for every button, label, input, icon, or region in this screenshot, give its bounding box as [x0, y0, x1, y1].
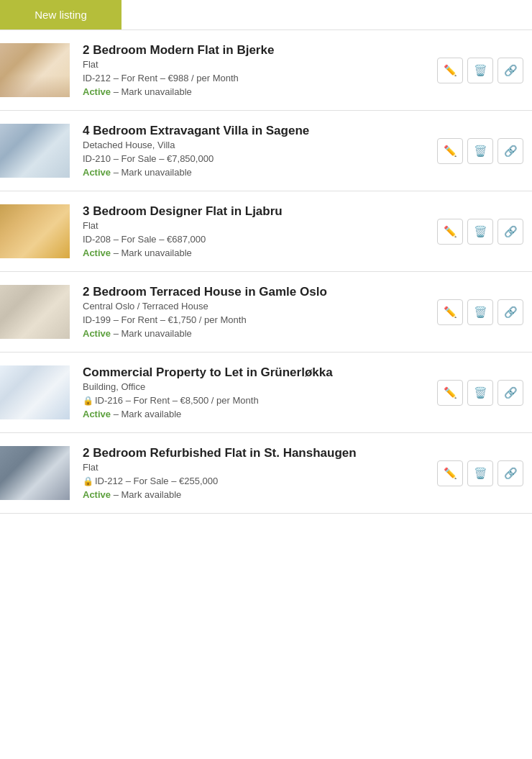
listing-row: 4 Bedroom Extravagant Villa in Sagene De…	[0, 111, 532, 191]
listing-status: Active – Mark unavailable	[83, 328, 430, 339]
listing-info: 2 Bedroom Modern Flat in Bjerke Flat ID-…	[83, 43, 430, 97]
listing-image	[0, 204, 70, 258]
listing-title: Commercial Property to Let in Grünerløkk…	[83, 365, 430, 380]
link-icon: 🔗	[504, 64, 518, 77]
listing-type: Building, Office	[83, 381, 430, 392]
status-active-label: Active	[83, 86, 111, 97]
new-listing-button[interactable]: New listing	[0, 0, 121, 29]
status-active-label: Active	[83, 247, 111, 258]
link-button[interactable]: 🔗	[497, 299, 523, 325]
lock-icon: 🔒	[83, 396, 93, 406]
link-button[interactable]: 🔗	[497, 460, 523, 486]
listing-info: 2 Bedroom Refurbished Flat in St. Hansha…	[83, 446, 430, 500]
listing-status: Active – Mark unavailable	[83, 167, 430, 178]
link-button[interactable]: 🔗	[497, 138, 523, 164]
status-active-label: Active	[83, 409, 111, 419]
listing-id: ID-212 – For Rent – €988 / per Month	[83, 73, 430, 83]
listing-status: Active – Mark available	[83, 489, 430, 500]
edit-icon: ✏️	[444, 306, 457, 319]
edit-icon: ✏️	[444, 225, 457, 238]
listing-image	[0, 43, 70, 97]
link-icon: 🔗	[504, 306, 518, 319]
edit-button[interactable]: ✏️	[437, 219, 463, 245]
link-button[interactable]: 🔗	[497, 58, 523, 83]
listing-actions: ✏️ 🗑️ 🔗	[437, 299, 523, 325]
listing-title: 4 Bedroom Extravagant Villa in Sagene	[83, 124, 430, 138]
delete-icon: 🗑️	[474, 467, 487, 480]
listing-type: Flat	[83, 59, 430, 70]
listing-type: Flat	[83, 462, 430, 473]
listings-container: 2 Bedroom Modern Flat in Bjerke Flat ID-…	[0, 30, 532, 514]
delete-button[interactable]: 🗑️	[467, 299, 493, 325]
listing-row: 3 Bedroom Designer Flat in Ljabru Flat I…	[0, 191, 532, 272]
listing-status: Active – Mark unavailable	[83, 86, 430, 97]
edit-icon: ✏️	[444, 145, 457, 158]
edit-icon: ✏️	[444, 64, 457, 77]
status-mark-label: – Mark available	[114, 489, 182, 500]
listing-row: 2 Bedroom Modern Flat in Bjerke Flat ID-…	[0, 30, 532, 111]
status-active-label: Active	[83, 167, 111, 178]
listing-info: 2 Bedroom Terraced House in Gamle Oslo C…	[83, 285, 430, 339]
delete-icon: 🗑️	[474, 145, 487, 158]
listing-id: ID-208 – For Sale – €687,000	[83, 234, 430, 245]
listing-info: 4 Bedroom Extravagant Villa in Sagene De…	[83, 124, 430, 178]
listing-title: 2 Bedroom Terraced House in Gamle Oslo	[83, 285, 430, 299]
status-active-label: Active	[83, 489, 111, 500]
edit-icon: ✏️	[444, 386, 457, 399]
listing-row: Commercial Property to Let in Grünerløkk…	[0, 353, 532, 433]
link-icon: 🔗	[504, 467, 518, 480]
listing-image	[0, 365, 70, 419]
listing-actions: ✏️ 🗑️ 🔗	[437, 138, 523, 164]
listing-type: Flat	[83, 220, 430, 231]
delete-icon: 🗑️	[474, 225, 487, 238]
listing-info: Commercial Property to Let in Grünerløkk…	[83, 365, 430, 419]
link-icon: 🔗	[504, 386, 518, 399]
listing-type: Detached House, Villa	[83, 140, 430, 150]
status-mark-label: – Mark unavailable	[114, 167, 192, 178]
link-icon: 🔗	[504, 225, 518, 238]
lock-icon: 🔒	[83, 476, 93, 486]
status-mark-label: – Mark unavailable	[114, 247, 192, 258]
listing-title: 2 Bedroom Refurbished Flat in St. Hansha…	[83, 446, 430, 460]
delete-button[interactable]: 🗑️	[467, 460, 493, 486]
status-mark-label: – Mark available	[114, 409, 182, 419]
listing-actions: ✏️ 🗑️ 🔗	[437, 58, 523, 83]
listing-row: 2 Bedroom Refurbished Flat in St. Hansha…	[0, 433, 532, 514]
link-button[interactable]: 🔗	[497, 219, 523, 245]
link-icon: 🔗	[504, 145, 518, 158]
listing-image	[0, 285, 70, 339]
listing-id: 🔒ID-216 – For Rent – €8,500 / per Month	[83, 395, 430, 406]
listing-actions: ✏️ 🗑️ 🔗	[437, 380, 523, 406]
delete-button[interactable]: 🗑️	[467, 380, 493, 406]
edit-button[interactable]: ✏️	[437, 138, 463, 164]
listing-image	[0, 124, 70, 178]
edit-button[interactable]: ✏️	[437, 380, 463, 406]
delete-button[interactable]: 🗑️	[467, 58, 493, 83]
status-active-label: Active	[83, 328, 111, 339]
listing-image	[0, 446, 70, 500]
edit-button[interactable]: ✏️	[437, 58, 463, 83]
listing-title: 2 Bedroom Modern Flat in Bjerke	[83, 43, 430, 58]
edit-button[interactable]: ✏️	[437, 460, 463, 486]
listing-id: ID-199 – For Rent – €1,750 / per Month	[83, 314, 430, 325]
status-mark-label: – Mark unavailable	[114, 328, 192, 339]
edit-icon: ✏️	[444, 467, 457, 480]
listing-actions: ✏️ 🗑️ 🔗	[437, 219, 523, 245]
listing-id: ID-210 – For Sale – €7,850,000	[83, 153, 430, 164]
listing-row: 2 Bedroom Terraced House in Gamle Oslo C…	[0, 272, 532, 353]
link-button[interactable]: 🔗	[497, 380, 523, 406]
listing-status: Active – Mark available	[83, 409, 430, 419]
listing-title: 3 Bedroom Designer Flat in Ljabru	[83, 204, 430, 219]
listing-id: 🔒ID-212 – For Sale – €255,000	[83, 476, 430, 486]
delete-button[interactable]: 🗑️	[467, 219, 493, 245]
delete-icon: 🗑️	[474, 306, 487, 319]
edit-button[interactable]: ✏️	[437, 299, 463, 325]
listing-status: Active – Mark unavailable	[83, 247, 430, 258]
listing-actions: ✏️ 🗑️ 🔗	[437, 460, 523, 486]
delete-icon: 🗑️	[474, 386, 487, 399]
status-mark-label: – Mark unavailable	[114, 86, 192, 97]
delete-button[interactable]: 🗑️	[467, 138, 493, 164]
listing-info: 3 Bedroom Designer Flat in Ljabru Flat I…	[83, 204, 430, 258]
delete-icon: 🗑️	[474, 64, 487, 77]
listing-type: Central Oslo / Terraced House	[83, 301, 430, 312]
